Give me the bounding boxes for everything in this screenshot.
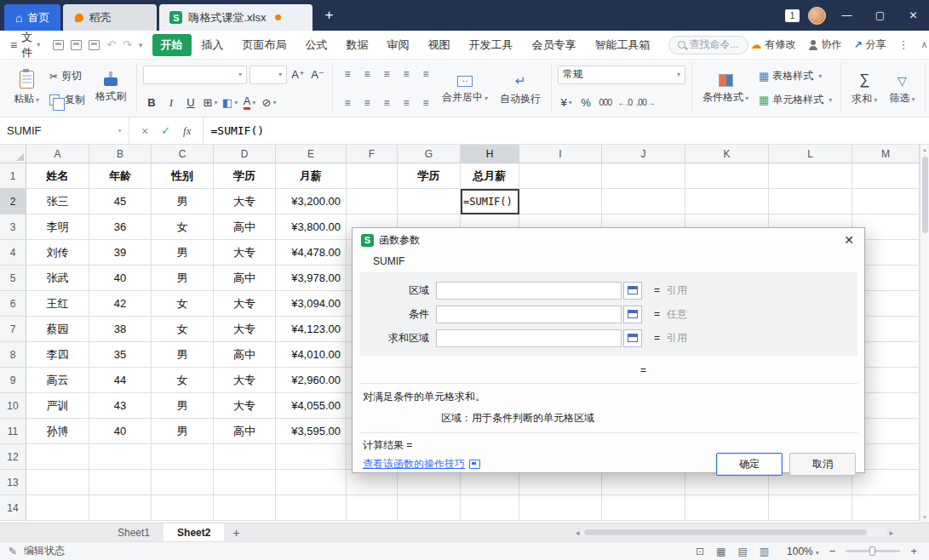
document-tab[interactable]: S 嗨格式课堂.xlsx bbox=[159, 4, 313, 31]
cell-A1[interactable]: 姓名 bbox=[26, 163, 89, 189]
cell-K1[interactable] bbox=[685, 163, 769, 189]
cancel-formula-icon[interactable]: × bbox=[141, 124, 148, 138]
cell-C13[interactable] bbox=[152, 470, 214, 495]
cell-A3[interactable]: 李明 bbox=[26, 214, 89, 240]
cell-A9[interactable]: 高云 bbox=[26, 368, 89, 393]
tab-view[interactable]: 视图 bbox=[420, 34, 459, 56]
cell-C3[interactable]: 女 bbox=[152, 214, 214, 240]
column-header-E[interactable]: E bbox=[276, 145, 347, 163]
zoom-level[interactable]: 100% bbox=[787, 546, 819, 557]
home-tab[interactable]: ⌂ 首页 bbox=[4, 4, 60, 31]
zoom-slider-thumb[interactable] bbox=[869, 546, 875, 556]
sum-button[interactable]: ∑ 求和 bbox=[847, 68, 881, 108]
print-icon[interactable] bbox=[71, 40, 82, 50]
format-painter-button[interactable]: 格式刷 bbox=[91, 71, 130, 106]
cell-B3[interactable]: 36 bbox=[89, 214, 152, 240]
cell-D10[interactable]: 大专 bbox=[214, 393, 276, 419]
align-top-icon[interactable]: ≡ bbox=[339, 66, 356, 83]
row-header-10[interactable]: 10 bbox=[0, 393, 26, 419]
cell-B1[interactable]: 年龄 bbox=[89, 163, 152, 189]
cell-A8[interactable]: 李四 bbox=[26, 342, 89, 368]
row-header-8[interactable]: 8 bbox=[0, 342, 26, 368]
cell-A2[interactable]: 张三 bbox=[26, 189, 89, 214]
column-header-J[interactable]: J bbox=[602, 145, 685, 163]
file-menu[interactable]: ≡ 文件 bbox=[7, 30, 43, 60]
cell-E1[interactable]: 月薪 bbox=[276, 163, 347, 189]
column-header-H[interactable]: H bbox=[461, 145, 519, 163]
horizontal-scrollbar[interactable]: ◂ ▸ bbox=[576, 523, 893, 541]
scroll-down-icon[interactable]: ▾ bbox=[923, 512, 926, 523]
row-header-7[interactable]: 7 bbox=[0, 317, 26, 342]
cell-D2[interactable]: 大专 bbox=[214, 189, 276, 214]
cell-B11[interactable]: 40 bbox=[89, 419, 152, 444]
row-header-2[interactable]: 2 bbox=[0, 189, 26, 214]
increase-decimal-icon[interactable]: ←.0 bbox=[616, 94, 634, 111]
cell-D4[interactable]: 大专 bbox=[214, 240, 276, 266]
cell-G2[interactable] bbox=[398, 189, 461, 214]
cell-style-button[interactable]: ▦ 单元格样式 bbox=[756, 90, 834, 111]
cell-G1[interactable]: 学历 bbox=[398, 163, 461, 189]
cell-C6[interactable]: 女 bbox=[152, 291, 214, 317]
cell-E6[interactable]: ¥3,094.00 bbox=[276, 291, 347, 317]
collaborate-button[interactable]: 协作 bbox=[808, 37, 842, 52]
select-all-corner[interactable] bbox=[0, 145, 26, 163]
insert-function-icon[interactable]: fx bbox=[183, 124, 191, 138]
cell-B13[interactable] bbox=[89, 470, 152, 495]
wrap-text-button[interactable]: ↵ 自动换行 bbox=[496, 69, 545, 108]
decrease-indent-icon[interactable]: ≡ bbox=[398, 66, 415, 83]
new-document-tab-button[interactable]: + bbox=[324, 7, 333, 24]
bold-button[interactable]: B bbox=[143, 94, 160, 111]
cell-F1[interactable] bbox=[347, 163, 398, 189]
cell-C11[interactable]: 男 bbox=[152, 419, 214, 444]
sheet-tab-sheet1[interactable]: Sheet1 bbox=[104, 523, 163, 541]
undo-icon[interactable]: ↶ bbox=[106, 38, 116, 51]
cell-C7[interactable]: 女 bbox=[152, 317, 214, 342]
cell-B5[interactable]: 40 bbox=[89, 266, 152, 291]
cancel-button[interactable]: 取消 bbox=[789, 453, 856, 476]
cell-H2[interactable]: =SUMIF() bbox=[461, 189, 519, 214]
zoom-out-button[interactable]: − bbox=[829, 545, 836, 557]
cell-B6[interactable]: 42 bbox=[89, 291, 152, 317]
tab-member[interactable]: 会员专享 bbox=[524, 34, 585, 56]
fill-color-button[interactable]: ◧ bbox=[221, 94, 238, 111]
user-avatar[interactable] bbox=[808, 7, 826, 25]
cell-E10[interactable]: ¥4,055.00 bbox=[276, 393, 347, 419]
cell-A12[interactable] bbox=[26, 444, 89, 470]
cell-E12[interactable] bbox=[276, 444, 347, 470]
row-header-9[interactable]: 9 bbox=[0, 368, 26, 393]
cell-E8[interactable]: ¥4,010.00 bbox=[276, 342, 347, 368]
vertical-scrollbar[interactable]: ▴ ▾ bbox=[920, 145, 929, 523]
formula-input[interactable]: =SUMIF() bbox=[204, 117, 929, 144]
cell-B4[interactable]: 39 bbox=[89, 240, 152, 266]
normal-view-icon[interactable]: ▦ bbox=[716, 546, 725, 557]
dialog-close-icon[interactable]: ✕ bbox=[842, 233, 856, 247]
row-header-6[interactable]: 6 bbox=[0, 291, 26, 317]
font-color-button[interactable]: A bbox=[244, 96, 251, 110]
cell-E9[interactable]: ¥2,960.00 bbox=[276, 368, 347, 393]
command-search-box[interactable]: 查找命令... bbox=[668, 36, 748, 54]
distribute-icon[interactable]: ≡ bbox=[417, 94, 434, 111]
font-size-select[interactable] bbox=[249, 66, 287, 84]
tab-smart-toolbox[interactable]: 智能工具箱 bbox=[587, 34, 659, 56]
cell-D14[interactable] bbox=[214, 495, 276, 521]
page-layout-view-icon[interactable]: ▤ bbox=[737, 546, 747, 557]
scroll-left-icon[interactable]: ◂ bbox=[576, 529, 580, 537]
cell-B7[interactable]: 38 bbox=[89, 317, 152, 342]
cell-D1[interactable]: 学历 bbox=[214, 163, 276, 189]
filter-button[interactable]: ▽ 筛选 bbox=[885, 69, 919, 107]
column-header-F[interactable]: F bbox=[347, 145, 398, 163]
column-header-D[interactable]: D bbox=[214, 145, 276, 163]
tab-start[interactable]: 开始 bbox=[152, 34, 192, 56]
sum-range-picker-button[interactable] bbox=[623, 329, 642, 347]
modified-status-button[interactable]: ☁ 有修改 bbox=[751, 37, 796, 52]
cell-C14[interactable] bbox=[152, 495, 214, 521]
scroll-right-icon[interactable]: ▸ bbox=[889, 529, 893, 537]
justify-icon[interactable]: ≡ bbox=[398, 94, 415, 111]
cell-D9[interactable]: 大专 bbox=[214, 368, 276, 393]
decrease-decimal-icon[interactable]: .00→ bbox=[636, 94, 655, 111]
cell-E14[interactable] bbox=[276, 495, 347, 521]
increase-font-size-icon[interactable]: A⁺ bbox=[290, 66, 307, 83]
ok-button[interactable]: 确定 bbox=[716, 453, 783, 476]
close-window-button[interactable]: ✕ bbox=[901, 0, 926, 31]
column-header-L[interactable]: L bbox=[769, 145, 852, 163]
